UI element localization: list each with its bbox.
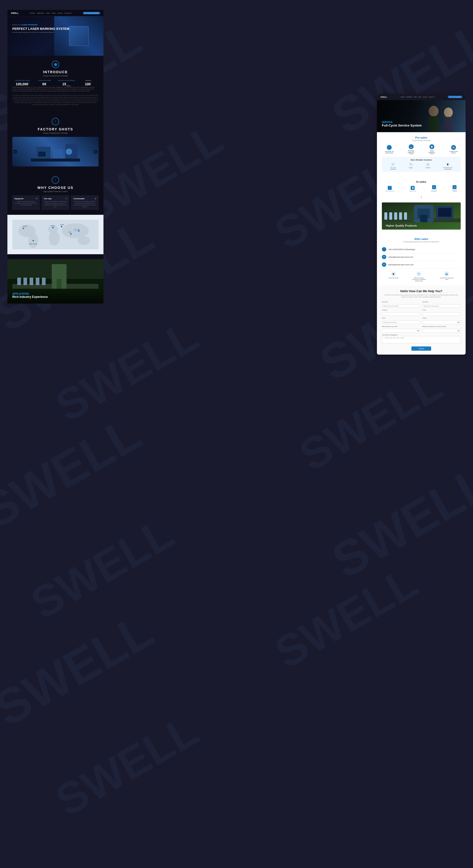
rs-text-0: 15+ yearsexperience xyxy=(390,167,396,170)
nav-video[interactable]: Video xyxy=(46,12,50,14)
cf-company-row: Company E-mail xyxy=(382,309,461,316)
cf-needs-textarea[interactable] xyxy=(382,336,461,343)
s-nav-news[interactable]: News xyxy=(418,96,421,98)
factory-subtitle: Strong Comprehensive Strength xyxy=(12,132,99,134)
carousel-prev-btn[interactable]: ‹ xyxy=(13,150,17,154)
cf-email-input[interactable] xyxy=(422,312,461,316)
email-icon-1: ✉ xyxy=(382,255,386,259)
svg-rect-54 xyxy=(438,208,451,217)
email-text-1: selina@swell-laser-tech.com xyxy=(388,256,413,258)
s-nav-product[interactable]: Product xyxy=(401,96,405,98)
product-image-section: Higher Quality Products xyxy=(382,203,461,229)
s-nav-app[interactable]: Application xyxy=(406,96,412,98)
presales-flow: 👤 Consultants andtechnical team → 💻 Tech… xyxy=(382,144,461,154)
cf-material-label: What kind of material do you need to mar… xyxy=(422,326,461,327)
cf-lastname-label: Last Name xyxy=(422,301,461,303)
service-nav-logo: SWELL xyxy=(380,96,387,98)
cf-email-field: E-mail xyxy=(422,309,461,316)
svg-text:Suzhou Swell: Suzhou Swell xyxy=(74,228,80,230)
stat-value-0: 100,000+ xyxy=(12,82,33,87)
svg-rect-32 xyxy=(42,278,45,285)
svg-rect-28 xyxy=(17,278,21,285)
left-panel: SWELL Product Application Video News Ser… xyxy=(7,10,103,304)
service-nav-cta[interactable]: Get Instant Quotation xyxy=(448,96,462,98)
left-nav-links: Product Application Video News Service C… xyxy=(30,12,72,14)
hero-content: Focus on LASER MARKING PERFECT LASER MAR… xyxy=(12,24,99,33)
needs-icon: 📋 xyxy=(429,144,434,149)
customers-icon: 🤝 xyxy=(451,145,456,150)
rs-text-3: Professional andcustomizable xyxy=(443,167,452,170)
is-text-3: Shipping andreceiving xyxy=(452,190,458,192)
product-overlay: Higher Quality Products xyxy=(386,224,417,227)
hero-title: PERFECT LASER MARKING SYSTEM xyxy=(12,27,99,31)
stats-description: Our company is equipped with an experien… xyxy=(12,92,99,108)
left-nav-cta[interactable]: Get Instant Quotation xyxy=(83,12,100,14)
cf-material-select[interactable] xyxy=(422,329,461,333)
custom-icon: ⊞ xyxy=(95,197,96,200)
phone-text: +86-15262335070 (WhatsApp) xyxy=(388,248,415,251)
intro-subtitle: Strong Comprehensive Strength xyxy=(12,75,99,77)
ps-text-0: Consultants andtechnical team xyxy=(385,151,394,154)
production-icon: ⚙ xyxy=(432,185,436,189)
rs-item-0: 💎 15+ yearsexperience xyxy=(390,162,396,170)
as-feat-text-1: Different response mechanisms for differ… xyxy=(411,277,426,282)
svg-rect-47 xyxy=(394,212,397,220)
cf-country-label: Country xyxy=(422,317,461,319)
why-title: WHY CHOOSE US xyxy=(12,186,99,190)
presales-subtitle: Communicate Sincerely xyxy=(382,140,461,141)
cf-phone-input[interactable] xyxy=(382,320,420,324)
rs-item-2: ⚙ Overhaul xyxy=(426,162,430,170)
svg-rect-5 xyxy=(31,159,80,161)
cf-lastname-input[interactable] xyxy=(422,304,461,308)
cf-email-label: E-mail xyxy=(422,309,461,311)
why-cards: Equipment ⚙ SWELL has international lead… xyxy=(12,195,99,210)
svg-rect-46 xyxy=(389,212,392,220)
phone-icon: 📞 xyxy=(382,247,386,251)
cf-firstname-label: First Name xyxy=(382,301,420,303)
cf-country-field: Country xyxy=(422,317,461,324)
repair-icon: 🔧 xyxy=(409,162,413,166)
insales-flow: ✓ Confirm requirements → 📄 signing contr… xyxy=(382,185,461,192)
cf-company-input[interactable] xyxy=(382,312,420,316)
cf-lastname-field: Last Name xyxy=(422,301,461,308)
svg-point-9 xyxy=(49,231,60,246)
intro-icon: ⬤ xyxy=(52,61,59,68)
ps-arrow-0: → xyxy=(400,148,402,150)
is-text-1: signing contract xyxy=(409,190,416,192)
nav-service[interactable]: Service xyxy=(58,12,63,14)
why-choose-section: ! WHY CHOOSE US High Quality Production … xyxy=(7,172,103,215)
s-nav-contact[interactable]: Contact Us xyxy=(429,96,435,98)
cf-machine-field: What machine do you need? xyxy=(382,326,420,333)
nav-contact[interactable]: Contact Us xyxy=(65,12,72,14)
factory-image: ‹ › xyxy=(12,137,99,166)
carousel-next-btn[interactable]: › xyxy=(94,150,98,154)
factory-icon: ! xyxy=(52,118,59,125)
cf-country-select[interactable] xyxy=(422,320,461,324)
svg-rect-30 xyxy=(30,278,33,285)
nav-application[interactable]: Application xyxy=(37,12,44,14)
svg-rect-52 xyxy=(420,215,428,222)
card-onestop: One-stop ⬡ Relying on rich experience in… xyxy=(42,195,69,210)
is-text-2: Production &customization xyxy=(431,190,437,192)
experience-icon: 💎 xyxy=(391,162,395,166)
card-custom-title: Customizable ⊞ xyxy=(73,197,96,200)
cf-machine-select[interactable] xyxy=(382,329,420,333)
as-feature-0: 🎓 Vocational training xyxy=(388,272,399,282)
is-text-0: Confirm requirements xyxy=(385,190,395,192)
as-feature-1: 🔧 Different response mechanisms for diff… xyxy=(411,272,426,282)
nav-product[interactable]: Product xyxy=(30,12,35,14)
aftersales-features: 🎓 Vocational training 🔧 Different respon… xyxy=(382,272,461,282)
stats-values: 100,000+ 99. 15 years 100+ xyxy=(12,82,99,87)
hero-focus: Focus on LASER MARKING xyxy=(12,24,99,26)
as-feat-text-0: Vocational training xyxy=(388,277,399,279)
s-nav-video[interactable]: Video xyxy=(414,96,417,98)
s-nav-service[interactable]: Service xyxy=(423,96,427,98)
stat-value-3: 100+ xyxy=(78,82,99,87)
nav-news[interactable]: News xyxy=(52,12,56,14)
cf-needs-label: Your Needs and Suggestions xyxy=(382,334,461,336)
cf-firstname-input[interactable] xyxy=(382,304,420,308)
cf-company-label: Company xyxy=(382,309,420,311)
is-arrow-0: → xyxy=(401,188,403,190)
response-icon: 🔧 xyxy=(416,272,421,276)
cf-submit-button[interactable]: Submit xyxy=(411,346,431,351)
